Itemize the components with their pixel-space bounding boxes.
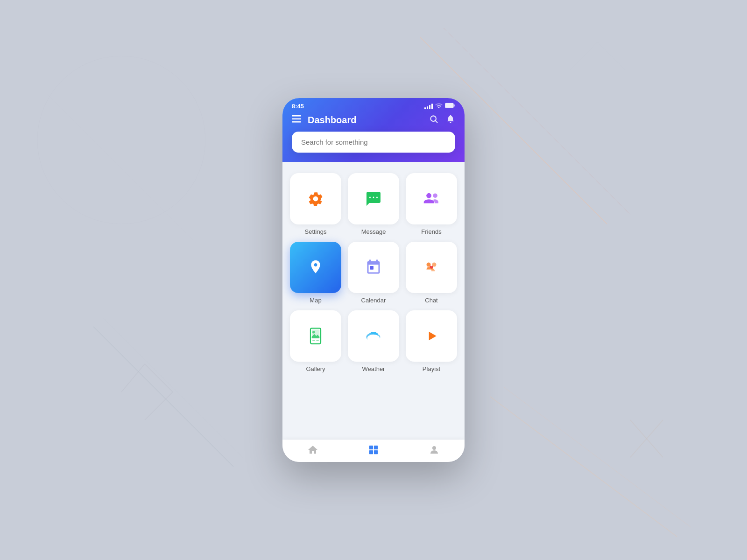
svg-rect-14 [292, 121, 301, 123]
app-label-calendar: Calendar [361, 297, 386, 304]
svg-point-39 [432, 446, 436, 450]
page-title: Dashboard [308, 115, 356, 126]
svg-rect-38 [374, 450, 378, 454]
svg-point-17 [426, 193, 431, 198]
app-item-weather[interactable]: Weather [348, 310, 399, 372]
app-item-playlist[interactable]: Playist [406, 310, 457, 372]
bell-icon[interactable] [446, 114, 455, 126]
app-label-settings: Settings [305, 228, 327, 235]
svg-rect-13 [292, 119, 301, 120]
app-label-message: Message [361, 228, 386, 235]
app-card-map [290, 242, 341, 293]
svg-line-8 [630, 420, 663, 457]
search-icon[interactable] [429, 114, 438, 126]
search-input[interactable] [292, 132, 455, 153]
bottom-nav-home[interactable] [307, 444, 318, 455]
svg-line-1 [444, 28, 630, 215]
app-card-calendar [348, 242, 399, 293]
svg-rect-10 [445, 103, 453, 107]
svg-rect-37 [369, 450, 373, 454]
app-card-message [348, 173, 399, 224]
nav-left: Dashboard [292, 115, 356, 126]
app-label-playlist: Playist [423, 365, 440, 372]
app-item-gallery[interactable]: Gallery [290, 310, 341, 372]
svg-point-24 [312, 331, 315, 334]
app-card-friends [406, 173, 457, 224]
svg-line-16 [436, 121, 437, 123]
svg-rect-35 [369, 446, 373, 449]
svg-rect-11 [454, 105, 455, 107]
bottom-nav-profile[interactable] [429, 444, 440, 455]
wifi-icon [435, 103, 443, 110]
svg-point-18 [433, 193, 437, 198]
content-area: Settings Message [282, 162, 465, 462]
nav-right [429, 114, 455, 126]
app-label-gallery: Gallery [306, 365, 325, 372]
svg-rect-12 [292, 115, 301, 117]
app-card-gallery [290, 310, 341, 362]
search-container [282, 132, 465, 153]
svg-line-3 [103, 317, 243, 457]
svg-line-9 [630, 420, 663, 457]
status-time: 8:45 [292, 103, 304, 110]
status-bar: 8:45 [282, 98, 465, 112]
svg-line-6 [47, 93, 196, 243]
menu-icon[interactable] [292, 115, 301, 125]
app-card-settings [290, 173, 341, 224]
app-item-settings[interactable]: Settings [290, 173, 341, 235]
svg-marker-34 [429, 332, 437, 341]
svg-point-7 [37, 56, 205, 224]
app-label-chat: Chat [425, 297, 437, 304]
app-label-map: Map [310, 297, 321, 304]
signal-icon [424, 104, 433, 109]
status-icons [424, 103, 455, 110]
app-grid: Settings Message [290, 173, 457, 372]
app-item-calendar[interactable]: Calendar [348, 242, 399, 304]
app-item-message[interactable]: Message [348, 173, 399, 235]
app-card-weather [348, 310, 399, 362]
svg-rect-36 [374, 446, 378, 449]
svg-line-4 [490, 397, 677, 537]
app-item-chat[interactable]: Chat [406, 242, 457, 304]
app-label-friends: Friends [421, 228, 441, 235]
bottom-nav [282, 440, 465, 462]
svg-point-33 [367, 335, 380, 342]
svg-line-2 [93, 327, 233, 467]
app-item-friends[interactable]: Friends [406, 173, 457, 235]
phone-frame: 8:45 [282, 98, 465, 462]
svg-rect-26 [316, 340, 319, 341]
app-card-chat [406, 242, 457, 293]
svg-line-5 [504, 387, 691, 527]
app-item-map[interactable]: Map [290, 242, 341, 304]
app-label-weather: Weather [362, 365, 385, 372]
bottom-nav-grid[interactable] [368, 445, 379, 455]
app-grid-section: Settings Message [282, 169, 465, 440]
svg-rect-25 [312, 340, 315, 341]
svg-rect-19 [370, 266, 374, 270]
battery-icon [445, 103, 455, 110]
nav-bar: Dashboard [282, 112, 465, 132]
app-card-playlist [406, 310, 457, 362]
